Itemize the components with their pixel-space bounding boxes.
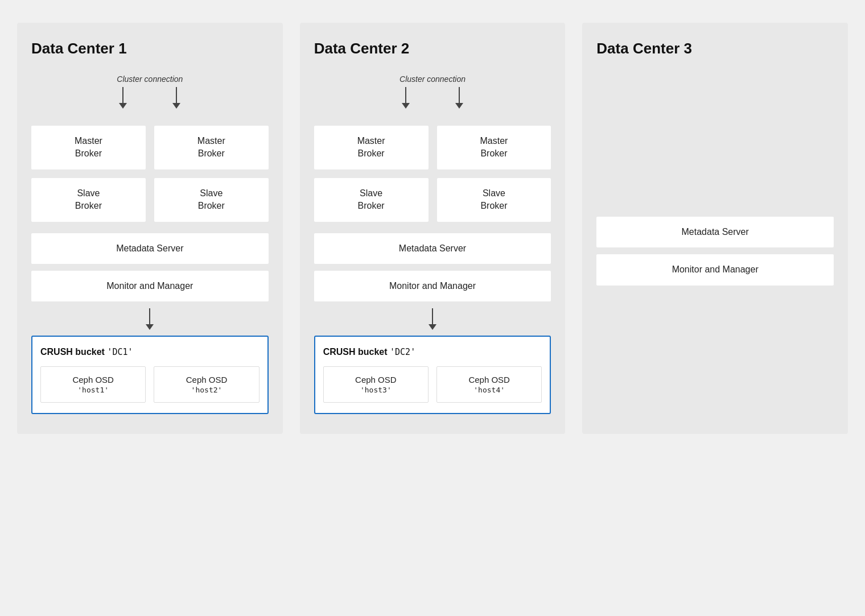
dc3-spacer <box>596 75 834 205</box>
dc1-arrow-head-left <box>119 103 127 109</box>
page-container: Data Center 1 Cluster connection MasterB… <box>17 23 848 434</box>
dc2-arrow-line-right <box>459 87 460 103</box>
dc2-slave-broker-row: SlaveBroker SlaveBroker <box>314 178 551 222</box>
dc1-slave-broker-row: SlaveBroker SlaveBroker <box>31 178 269 222</box>
dc1-cluster-arrows <box>119 87 180 109</box>
dc2-crush-arrow-down <box>429 308 436 330</box>
dc2-osd-row: Ceph OSD'host3' Ceph OSD'host4' <box>323 366 542 403</box>
dc1-osd-row: Ceph OSD'host1' Ceph OSD'host2' <box>40 366 260 403</box>
dc2-arrow-line-left <box>405 87 406 103</box>
dc1-cluster-label: Cluster connection <box>117 75 183 84</box>
dc1-slave-broker-1: SlaveBroker <box>31 178 146 222</box>
dc1-crush-arrow-down <box>146 308 154 330</box>
dc1-metadata-server: Metadata Server <box>31 233 269 264</box>
dc1-crush-bucket: CRUSH bucket 'DC1' Ceph OSD'host1' Ceph … <box>31 336 269 414</box>
dc1-crush-arrow-line <box>149 308 150 324</box>
dc2-title: Data Center 2 <box>314 40 551 57</box>
dc1-master-broker-row: MasterBroker MasterBroker <box>31 126 269 169</box>
dc1-cluster-connection: Cluster connection <box>31 75 269 114</box>
dc1-monitor-manager: Monitor and Manager <box>31 271 269 301</box>
dc2-metadata-server: Metadata Server <box>314 233 551 264</box>
dc1-slave-broker-2: SlaveBroker <box>154 178 269 222</box>
dc1-title: Data Center 1 <box>31 40 269 57</box>
dc3-title: Data Center 3 <box>596 40 834 57</box>
dc1-crush-arrow <box>31 308 269 330</box>
dc2-osd-1: Ceph OSD'host3' <box>323 366 429 403</box>
dc2-slave-broker-2: SlaveBroker <box>437 178 551 222</box>
data-center-2: Data Center 2 Cluster connection MasterB… <box>300 23 566 434</box>
data-center-1: Data Center 1 Cluster connection MasterB… <box>17 23 283 434</box>
dc1-arrow-line-right <box>176 87 177 103</box>
dc1-master-broker-2: MasterBroker <box>154 126 269 169</box>
dc1-osd-2: Ceph OSD'host2' <box>154 366 259 403</box>
dc2-arrow-right <box>455 87 463 109</box>
dc1-crush-arrow-head <box>146 324 154 330</box>
dc2-arrow-head-left <box>402 103 410 109</box>
data-center-3: Data Center 3 Metadata Server Monitor an… <box>582 23 848 434</box>
dc2-cluster-label: Cluster connection <box>399 75 466 84</box>
dc2-arrow-head-right <box>455 103 463 109</box>
dc1-master-broker-1: MasterBroker <box>31 126 146 169</box>
dc1-arrow-right <box>172 87 180 109</box>
dc1-crush-title: CRUSH bucket 'DC1' <box>40 347 260 357</box>
dc2-master-broker-1: MasterBroker <box>314 126 429 169</box>
dc2-crush-arrow-head <box>429 324 436 330</box>
dc3-metadata-server: Metadata Server <box>596 217 834 247</box>
dc1-arrow-left <box>119 87 127 109</box>
dc2-slave-broker-1: SlaveBroker <box>314 178 429 222</box>
dc3-monitor-manager: Monitor and Manager <box>596 254 834 285</box>
dc2-osd-2: Ceph OSD'host4' <box>436 366 542 403</box>
dc2-master-broker-row: MasterBroker MasterBroker <box>314 126 551 169</box>
dc2-crush-arrow <box>314 308 551 330</box>
dc2-monitor-manager: Monitor and Manager <box>314 271 551 301</box>
dc2-cluster-arrows <box>402 87 463 109</box>
dc2-master-broker-2: MasterBroker <box>437 126 551 169</box>
dc1-arrow-head-right <box>172 103 180 109</box>
dc2-crush-bucket: CRUSH bucket 'DC2' Ceph OSD'host3' Ceph … <box>314 336 551 414</box>
dc2-crush-arrow-line <box>432 308 433 324</box>
dc2-cluster-connection: Cluster connection <box>314 75 551 114</box>
dc1-arrow-line-left <box>122 87 123 103</box>
dc2-crush-title: CRUSH bucket 'DC2' <box>323 347 542 357</box>
dc1-osd-1: Ceph OSD'host1' <box>40 366 146 403</box>
dc2-arrow-left <box>402 87 410 109</box>
